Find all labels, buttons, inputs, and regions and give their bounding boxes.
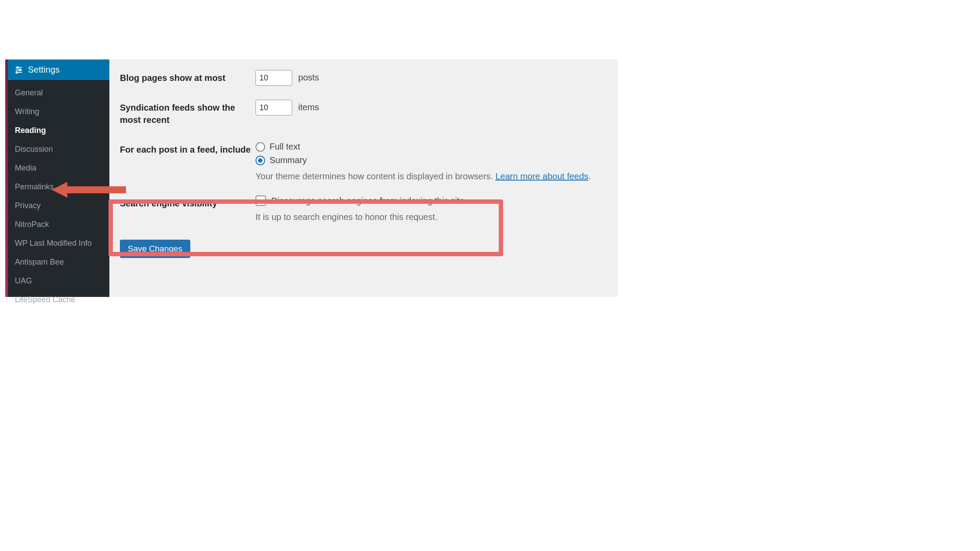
checkbox-discourage-indexing-label: Discourage search engines from indexing … [271, 196, 464, 206]
radio-icon [256, 142, 265, 152]
feed-description-period: . [588, 171, 591, 181]
radio-summary[interactable]: Summary [256, 155, 603, 165]
sidebar-item-permalinks[interactable]: Permalinks [8, 178, 109, 196]
suffix-posts: posts [298, 73, 319, 82]
label-blog-pages: Blog pages show at most [120, 63, 256, 93]
sidebar-item-discussion[interactable]: Discussion [8, 140, 109, 159]
sidebar-header-settings[interactable]: Settings [8, 59, 109, 80]
radio-full-text-label: Full text [270, 142, 300, 152]
row-syndication-feeds: Syndication feeds show the most recent i… [120, 93, 607, 135]
learn-more-feeds-link[interactable]: Learn more about feeds [495, 171, 588, 181]
svg-point-3 [17, 66, 18, 68]
sidebar-item-general[interactable]: General [8, 84, 109, 102]
sidebar-header-label: Settings [28, 65, 60, 75]
sidebar-item-litespeed-cache[interactable]: LiteSpeed Cache [8, 290, 109, 309]
row-feed-include: For each post in a feed, include Full te… [120, 135, 607, 188]
row-search-engine-visibility: Search engine visibility Discourage sear… [120, 188, 607, 229]
search-visibility-note: It is up to search engines to honor this… [256, 212, 603, 222]
sidebar-item-wp-last-modified-info[interactable]: WP Last Modified Info [8, 234, 109, 253]
radio-full-text[interactable]: Full text [256, 142, 603, 152]
input-syndication-feeds[interactable] [256, 100, 292, 115]
radio-icon [256, 156, 265, 165]
radio-summary-label: Summary [270, 155, 307, 165]
sidebar-item-writing[interactable]: Writing [8, 102, 109, 121]
sidebar-item-media[interactable]: Media [8, 159, 109, 178]
feed-description-text: Your theme determines how content is dis… [256, 171, 495, 181]
feed-description: Your theme determines how content is dis… [256, 171, 603, 181]
sidebar-item-uag[interactable]: UAG [8, 272, 109, 290]
sidebar-item-nitropack[interactable]: NitroPack [8, 215, 109, 234]
sidebar-item-antispam-bee[interactable]: Antispam Bee [8, 253, 109, 272]
sidebar-item-privacy[interactable]: Privacy [8, 196, 109, 215]
sliders-icon [14, 65, 24, 75]
suffix-items: items [298, 102, 319, 112]
svg-point-5 [16, 71, 18, 73]
label-feed-include: For each post in a feed, include [120, 135, 256, 188]
checkbox-icon [256, 195, 266, 206]
input-blog-pages[interactable] [256, 70, 292, 86]
row-blog-pages: Blog pages show at most posts [120, 63, 607, 93]
settings-reading-panel: Blog pages show at most posts Syndicatio… [109, 59, 618, 297]
admin-sidebar: Settings General Writing Reading Discuss… [8, 59, 109, 297]
label-search-engine-visibility: Search engine visibility [120, 188, 256, 229]
svg-point-4 [19, 69, 21, 71]
label-syndication-feeds: Syndication feeds show the most recent [120, 93, 256, 135]
sidebar-submenu: General Writing Reading Discussion Media… [8, 80, 109, 313]
save-changes-button[interactable]: Save Changes [120, 240, 190, 258]
checkbox-discourage-indexing[interactable]: Discourage search engines from indexing … [256, 195, 603, 206]
sidebar-item-reading[interactable]: Reading [8, 121, 109, 140]
